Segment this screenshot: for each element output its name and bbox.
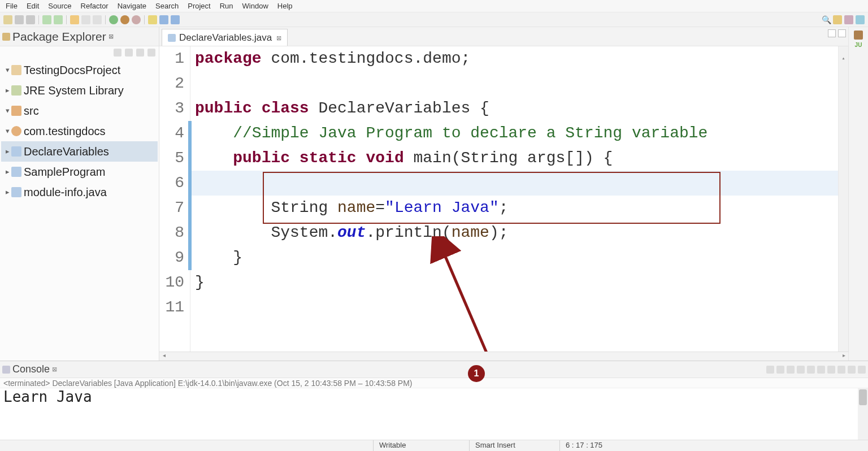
close-view-icon[interactable]: ⊠ <box>108 33 114 40</box>
package-explorer-label: Package Explorer <box>12 30 106 44</box>
menu-search[interactable]: Search <box>151 1 183 11</box>
package-explorer: Package Explorer ⊠ ▾TestingDocsProject ▸… <box>0 27 159 361</box>
status-bar: Writable Smart Insert 6 : 17 : 175 <box>0 440 868 451</box>
terminate-icon[interactable] <box>766 366 774 374</box>
editor-tab-bar: DeclareVariables.java ⊠ <box>159 27 848 46</box>
console-icon <box>2 366 10 374</box>
menu-run[interactable]: Run <box>215 1 238 11</box>
debug-icon[interactable] <box>42 15 51 24</box>
search-icon[interactable]: 🔍 <box>822 15 831 24</box>
open-console-icon[interactable] <box>837 366 845 374</box>
scroll-lock-icon[interactable] <box>807 366 815 374</box>
project-tree: ▾TestingDocsProject ▸JRE System Library … <box>0 58 159 205</box>
maximize-console-icon[interactable] <box>858 366 866 374</box>
perspective-icon[interactable] <box>833 15 842 24</box>
java-file-icon <box>168 34 176 42</box>
main-area: Package Explorer ⊠ ▾TestingDocsProject ▸… <box>0 27 868 361</box>
console-title-label: Console <box>12 363 50 375</box>
menu-project[interactable]: Project <box>183 1 215 11</box>
status-insert: Smart Insert <box>469 440 559 451</box>
console-output-text: Learn Java <box>3 388 92 405</box>
console-output[interactable]: Learn Java <box>0 388 868 440</box>
editor-vertical-scrollbar[interactable]: ▴ <box>838 46 848 352</box>
save-icon[interactable] <box>15 15 24 24</box>
menu-edit[interactable]: Edit <box>22 1 44 11</box>
junit-icon[interactable]: JU <box>855 42 862 48</box>
tree-file-declarevariables[interactable]: ▸DeclareVariables <box>1 141 158 162</box>
view-menu-icon[interactable] <box>136 49 144 57</box>
close-tab-icon[interactable]: ⊠ <box>276 34 281 42</box>
menu-navigate[interactable]: Navigate <box>113 1 151 11</box>
console-panel: Console ⊠ <terminated> DeclareVariables … <box>0 361 868 440</box>
pin-console-icon[interactable] <box>817 366 825 374</box>
right-perspective-bar: JU <box>848 27 868 361</box>
maximize-editor-icon[interactable] <box>838 29 846 37</box>
link-editor-icon[interactable] <box>125 49 133 57</box>
java-file-icon <box>11 146 21 157</box>
toolbar: 🔍 <box>0 12 868 27</box>
nav-back-icon[interactable] <box>159 15 168 24</box>
annotation-badge: 1 <box>468 365 485 382</box>
tree-project[interactable]: ▾TestingDocsProject <box>1 60 158 80</box>
remove-all-icon[interactable] <box>787 366 795 374</box>
clear-console-icon[interactable] <box>797 366 805 374</box>
status-cursor-pos: 6 : 17 : 175 <box>559 440 656 451</box>
menu-file[interactable]: File <box>1 1 22 11</box>
java-file-icon <box>11 167 21 177</box>
code-editor[interactable]: 123 456 789 1011 package com.testingdocs… <box>159 46 848 352</box>
menu-source[interactable]: Source <box>44 1 76 11</box>
new-package-icon[interactable] <box>81 15 90 24</box>
new-icon[interactable] <box>3 15 12 24</box>
save-all-icon[interactable] <box>26 15 35 24</box>
editor-area: DeclareVariables.java ⊠ 123 456 789 1011… <box>159 27 848 361</box>
editor-tab-label: DeclareVariables.java <box>179 32 272 44</box>
package-icon <box>11 126 21 136</box>
run-last-icon[interactable] <box>132 15 141 24</box>
folder-icon <box>11 106 21 116</box>
debug-run-icon[interactable] <box>120 15 129 24</box>
editor-horizontal-scrollbar[interactable]: ◂ ▸ <box>159 352 848 361</box>
console-scrollbar[interactable] <box>858 388 868 440</box>
new-class-icon[interactable] <box>93 15 102 24</box>
open-perspective-icon[interactable] <box>856 15 865 24</box>
tree-file-moduleinfo[interactable]: ▸module-info.java <box>1 182 158 202</box>
project-icon <box>11 65 21 75</box>
nav-forward-icon[interactable] <box>171 15 180 24</box>
minimize-editor-icon[interactable] <box>828 29 836 37</box>
line-gutter: 123 456 789 1011 <box>159 46 190 352</box>
library-icon <box>11 85 21 96</box>
perspective-java-icon[interactable] <box>854 31 863 40</box>
editor-tab[interactable]: DeclareVariables.java ⊠ <box>162 29 288 46</box>
build-icon[interactable] <box>148 15 157 24</box>
close-console-icon[interactable]: ⊠ <box>52 366 57 373</box>
run-icon[interactable] <box>109 15 118 24</box>
java-file-icon <box>11 187 21 197</box>
menu-window[interactable]: Window <box>238 1 273 11</box>
tree-package[interactable]: ▾com.testingdocs <box>1 121 158 141</box>
remove-launch-icon[interactable] <box>776 366 784 374</box>
coverage-icon[interactable] <box>54 15 63 24</box>
tree-src-folder[interactable]: ▾src <box>1 101 158 121</box>
display-console-icon[interactable] <box>827 366 835 374</box>
package-explorer-icon <box>2 33 10 41</box>
status-writable: Writable <box>373 440 469 451</box>
package-explorer-title: Package Explorer ⊠ <box>12 30 157 44</box>
console-status-line: <terminated> DeclareVariables [Java Appl… <box>0 378 868 388</box>
tree-jre-library[interactable]: ▸JRE System Library <box>1 80 158 101</box>
menu-help[interactable]: Help <box>273 1 297 11</box>
java-perspective-icon[interactable] <box>844 15 853 24</box>
minimize-view-icon[interactable] <box>147 49 155 57</box>
minimize-console-icon[interactable] <box>848 366 856 374</box>
code-content[interactable]: package com.testingdocs.demo; public cla… <box>190 46 838 352</box>
collapse-all-icon[interactable] <box>114 49 121 57</box>
open-type-icon[interactable] <box>70 15 79 24</box>
menu-refactor[interactable]: Refactor <box>76 1 113 11</box>
tree-file-sampleprogram[interactable]: ▸SampleProgram <box>1 162 158 182</box>
menu-bar: File Edit Source Refactor Navigate Searc… <box>0 0 868 12</box>
